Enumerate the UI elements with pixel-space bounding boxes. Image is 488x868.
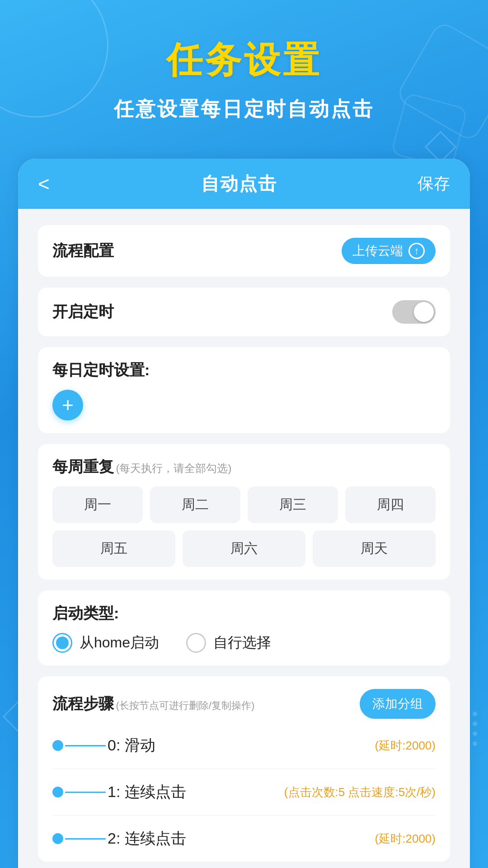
steps-title-group: 流程步骤 (长按节点可进行删除/复制操作): [52, 693, 254, 714]
weekly-hint: (每天执行，请全部勾选): [116, 462, 231, 474]
day-saturday[interactable]: 周六: [183, 530, 305, 567]
add-group-button[interactable]: 添加分组: [360, 689, 436, 719]
step-line-0: [65, 745, 106, 746]
timer-enable-section: 开启定时: [38, 288, 450, 336]
add-timer-button[interactable]: +: [52, 390, 83, 420]
upload-cloud-label: 上传云端: [352, 242, 403, 259]
step-content-2: 2: 连续点击 (延时:2000): [108, 828, 436, 849]
step-content-1: 1: 连续点击 (点击次数:5 点击速度:5次/秒): [108, 782, 436, 802]
steps-title: 流程步骤: [52, 695, 114, 712]
weekly-grid-bottom: 周五 周六 周天: [52, 530, 436, 567]
launch-home-label: 从home启动: [80, 633, 159, 653]
weekly-repeat-section: 每周重复 (每天执行，请全部勾选) 周一 周二 周三 周四 周五 周六 周天: [38, 444, 450, 580]
page-header: 任务设置 任意设置每日定时自动点击: [0, 0, 488, 141]
radio-custom: [186, 633, 206, 653]
steps-section: 流程步骤 (长按节点可进行删除/复制操作) 添加分组 0: 滑动 (延时:200…: [38, 676, 450, 862]
step-item-2: 2: 连续点击 (延时:2000): [52, 816, 436, 849]
daily-timer-section: 每日定时设置: +: [38, 347, 450, 433]
steps-hint: (长按节点可进行删除/复制操作): [116, 700, 254, 711]
card-nav-title: 自动点击: [201, 171, 277, 196]
day-wednesday[interactable]: 周三: [248, 486, 338, 523]
page-title: 任务设置: [27, 36, 461, 85]
launch-type-title: 启动类型:: [52, 603, 436, 624]
radio-home-dot: [56, 637, 69, 649]
step-detail-0: (延时:2000): [375, 738, 436, 754]
day-monday[interactable]: 周一: [52, 486, 143, 523]
launch-option-custom[interactable]: 自行选择: [186, 633, 271, 653]
day-friday[interactable]: 周五: [52, 530, 175, 567]
day-sunday[interactable]: 周天: [313, 530, 436, 567]
step-item-1: 1: 连续点击 (点击次数:5 点击速度:5次/秒): [52, 769, 436, 816]
upload-icon: ↑: [408, 243, 425, 259]
upload-cloud-button[interactable]: 上传云端 ↑: [342, 238, 436, 264]
process-config-section: 流程配置 上传云端 ↑: [38, 225, 450, 277]
step-content-0: 0: 滑动 (延时:2000): [108, 735, 436, 756]
toggle-knob: [414, 302, 434, 322]
timer-enable-row: 开启定时: [52, 300, 436, 324]
step-line-1: [65, 792, 106, 793]
daily-timer-label: 每日定时设置:: [52, 360, 436, 381]
launch-type-section: 启动类型: 从home启动 自行选择: [38, 590, 450, 665]
day-tuesday[interactable]: 周二: [150, 486, 240, 523]
step-detail-2: (延时:2000): [375, 831, 436, 847]
step-name-1: 1: 连续点击: [108, 782, 186, 802]
step-dot-1: [52, 787, 63, 797]
weekly-title-row: 每周重复 (每天执行，请全部勾选): [52, 457, 436, 477]
save-button[interactable]: 保存: [418, 173, 450, 195]
page-subtitle: 任意设置每日定时自动点击: [27, 96, 461, 123]
launch-option-home[interactable]: 从home启动: [52, 633, 159, 653]
card-header-bar: < 自动点击 保存: [18, 159, 470, 209]
card-body: 流程配置 上传云端 ↑ 开启定时 每日定时设置: + 每周: [18, 209, 470, 868]
step-dot-0: [52, 740, 63, 751]
step-dot-2: [52, 833, 63, 844]
back-button[interactable]: <: [38, 173, 61, 195]
launch-options-row: 从home启动 自行选择: [52, 633, 436, 653]
step-detail-1: (点击次数:5 点击速度:5次/秒): [284, 784, 436, 800]
step-name-2: 2: 连续点击: [108, 828, 186, 849]
step-item-0: 0: 滑动 (延时:2000): [52, 722, 436, 769]
main-card: < 自动点击 保存 流程配置 上传云端 ↑ 开启定时: [18, 159, 470, 868]
launch-custom-label: 自行选择: [213, 633, 271, 653]
weekly-grid-top: 周一 周二 周三 周四: [52, 486, 436, 523]
process-config-label: 流程配置: [52, 241, 114, 261]
radio-home: [52, 633, 72, 653]
process-config-row: 流程配置 上传云端 ↑: [52, 238, 436, 264]
timer-enable-label: 开启定时: [52, 302, 114, 322]
day-thursday[interactable]: 周四: [345, 486, 436, 523]
steps-header: 流程步骤 (长按节点可进行删除/复制操作) 添加分组: [52, 689, 436, 719]
step-line-2: [65, 838, 106, 840]
step-name-0: 0: 滑动: [108, 735, 155, 756]
timer-toggle[interactable]: [392, 300, 436, 324]
weekly-title: 每周重复: [52, 458, 114, 475]
